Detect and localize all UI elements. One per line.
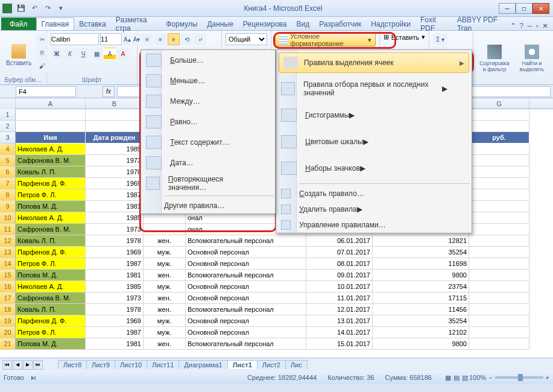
cell[interactable]: муж. [144, 258, 186, 270]
cell[interactable]: 1978 [86, 235, 144, 247]
cell[interactable] [469, 201, 529, 212]
row-header[interactable]: 18 [0, 304, 16, 315]
cell[interactable] [469, 247, 529, 258]
cell[interactable]: жен. [144, 235, 186, 247]
cell[interactable] [469, 338, 529, 350]
number-format-select[interactable]: Общий [226, 33, 267, 45]
cell[interactable]: Сафронова В. М. [16, 155, 86, 166]
cell[interactable] [469, 292, 529, 304]
ribbon-tab[interactable]: Вид [291, 17, 314, 30]
cell[interactable]: 14.01.2017 [306, 327, 373, 338]
cell[interactable]: Основной персонал [186, 315, 306, 327]
cell[interactable]: Основной персонал [186, 281, 306, 292]
cell[interactable]: Сафронова В. М. [16, 292, 86, 304]
cell[interactable] [469, 304, 529, 315]
row-header[interactable]: 13 [0, 247, 16, 258]
row-header[interactable]: 17 [0, 292, 16, 304]
row-header[interactable]: 19 [0, 315, 16, 327]
cell[interactable] [86, 109, 144, 121]
font-name-select[interactable] [51, 33, 99, 45]
sheet-nav-prev[interactable]: ◀ [13, 360, 22, 370]
cell[interactable]: Коваль Л. П. [16, 166, 86, 178]
sheet-nav-last[interactable]: ⏭ [33, 360, 43, 370]
qat-redo-icon[interactable]: ↷ [41, 2, 54, 15]
cell[interactable]: 1969 [86, 315, 144, 327]
cell[interactable]: 11456 [373, 304, 469, 315]
menu-item[interactable]: Правила отбора первых и последних значен… [276, 75, 472, 102]
mdi-close-icon[interactable]: ✕ [542, 22, 548, 30]
cell[interactable]: 35254 [373, 247, 469, 258]
row-header[interactable]: 11 [0, 224, 16, 235]
cell[interactable]: Вспомогательный персонал [186, 338, 306, 350]
menu-item[interactable]: Текст содержит… [141, 132, 275, 153]
cell[interactable]: Парфенов Д. Ф. [16, 178, 86, 189]
sheet-tab[interactable]: Лист9 [86, 360, 115, 369]
cell[interactable] [469, 224, 529, 235]
cell[interactable]: Парфенов Д. Ф. [16, 247, 86, 258]
sort-filter-button[interactable]: Сортировка и фильтр [477, 33, 512, 83]
cell[interactable]: 15.01.2017 [306, 338, 373, 350]
cell[interactable]: 1978 [86, 304, 144, 315]
menu-item[interactable]: Удалить правила▶ [276, 201, 472, 217]
cell[interactable]: 1987 [86, 258, 144, 270]
qat-more-icon[interactable]: ▾ [54, 2, 68, 15]
cell[interactable] [144, 224, 186, 235]
cell[interactable] [469, 235, 529, 247]
row-header[interactable]: 8 [0, 189, 16, 201]
row-header[interactable]: 15 [0, 270, 16, 281]
cell[interactable]: Попова М. Д. [16, 270, 86, 281]
cell[interactable]: 1981 [86, 270, 144, 281]
cell[interactable]: муж. [144, 315, 186, 327]
cell[interactable]: 1987 [86, 327, 144, 338]
sheet-tab[interactable]: Лис [285, 360, 308, 369]
ribbon-tab[interactable]: Foxit PDF [416, 17, 452, 30]
ribbon-tab[interactable]: Формулы [161, 17, 202, 30]
cell[interactable]: 08.01.2017 [306, 258, 373, 270]
cell[interactable] [469, 178, 529, 189]
cell[interactable]: 1978 [86, 166, 144, 178]
cell[interactable]: 07.01.2017 [306, 247, 373, 258]
underline-button[interactable]: Ч [77, 48, 89, 60]
help-icon[interactable]: ? [520, 22, 524, 30]
cell[interactable] [469, 315, 529, 327]
cell[interactable]: 1981 [86, 201, 144, 212]
cell[interactable]: 12102 [373, 327, 469, 338]
mdi-min-icon[interactable]: ─ [527, 22, 532, 30]
cell[interactable]: 06.01.2017 [306, 235, 373, 247]
menu-item[interactable]: Равно… [141, 112, 275, 132]
column-header[interactable]: B [86, 98, 144, 109]
cell[interactable] [469, 109, 529, 121]
cell[interactable]: Вспомогательный персонал [186, 270, 306, 281]
cell[interactable] [469, 166, 529, 178]
close-button[interactable]: ✕ [532, 3, 549, 14]
menu-item[interactable]: Наборы значков▶ [276, 155, 472, 182]
cell[interactable]: Коваль Л. П. [16, 304, 86, 315]
ribbon-tab[interactable]: Надстройки [366, 17, 416, 30]
maximize-button[interactable]: □ [516, 3, 532, 14]
sheet-nav-first[interactable]: ⏮ [2, 360, 12, 370]
cell[interactable]: 1969 [86, 247, 144, 258]
cell[interactable]: 17115 [373, 292, 469, 304]
cell[interactable]: муж. [144, 281, 186, 292]
zoom-level[interactable]: 100% [469, 374, 486, 381]
zoom-slider[interactable] [495, 376, 543, 379]
cell[interactable]: 11.01.2017 [306, 292, 373, 304]
cell[interactable] [16, 109, 86, 121]
cell[interactable]: 1987 [86, 189, 144, 201]
row-header[interactable]: 16 [0, 281, 16, 292]
menu-item[interactable]: Гистограммы▶ [276, 102, 472, 128]
cell[interactable]: 1981 [86, 338, 144, 350]
row-header[interactable]: 9 [0, 201, 16, 212]
cell[interactable]: 1973 [86, 292, 144, 304]
fx-button[interactable]: fx [103, 86, 115, 97]
menu-item[interactable]: Повторяющиеся значения… [141, 173, 275, 194]
sheet-tab[interactable]: Лист10 [115, 360, 147, 369]
row-header[interactable]: 4 [0, 144, 16, 155]
menu-item[interactable]: Больше… [141, 50, 275, 71]
menu-item[interactable]: Другие правила… [141, 198, 275, 213]
cell[interactable] [469, 155, 529, 166]
row-header[interactable]: 2 [0, 121, 16, 132]
fill-color-button[interactable]: A [104, 48, 116, 60]
menu-item[interactable]: Между… [141, 91, 275, 112]
cell[interactable]: Основной персонал [186, 292, 306, 304]
